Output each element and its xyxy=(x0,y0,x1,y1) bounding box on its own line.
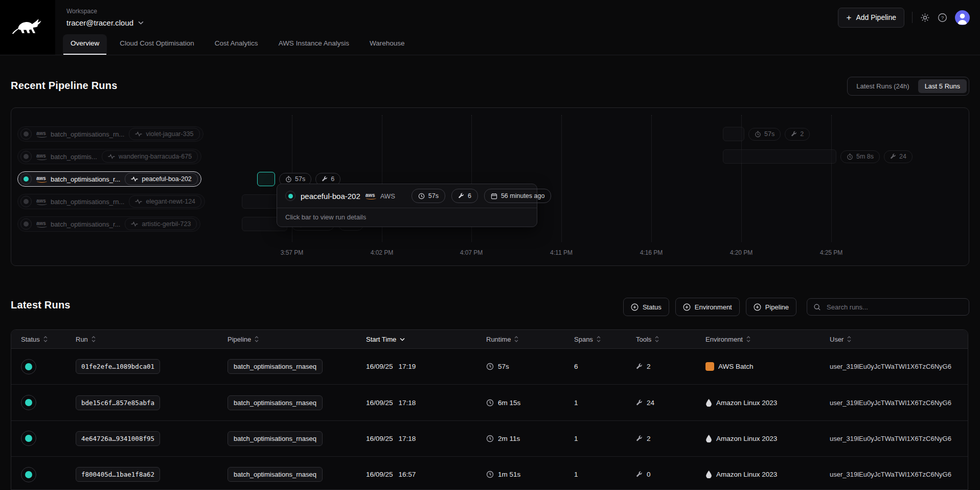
col-header-pipeline[interactable]: Pipeline xyxy=(227,336,366,343)
runtime-cell: 2m 11s xyxy=(486,435,574,442)
table-row[interactable]: 01fe2efe…1089bdca01 batch_optimisations_… xyxy=(11,349,968,385)
wrench-icon xyxy=(636,363,643,370)
run-legend-wandering-barracuda[interactable]: aws batch_optimis... wandering-barracuda… xyxy=(17,149,201,164)
run-id-chip[interactable]: 01fe2efe…1089bdca01 xyxy=(76,359,160,374)
runtime-badge: 5m 8s xyxy=(840,150,880,163)
clock-icon xyxy=(486,399,494,407)
run-legend-violet-jaguar[interactable]: aws batch_optimisations_rn... violet-jag… xyxy=(17,126,203,142)
spans-cell: 1 xyxy=(574,471,636,478)
pipeline-chip[interactable]: batch_optimisations_rnaseq xyxy=(227,359,323,374)
search-icon xyxy=(813,303,821,311)
divider xyxy=(912,12,913,23)
workspace-name: tracer@tracer.cloud xyxy=(66,18,133,27)
axis-tick: 4:20 PM xyxy=(730,249,753,256)
run-bar-peaceful-boa[interactable] xyxy=(257,172,275,186)
recent-runs-title: Recent Pipeline Runs xyxy=(11,80,118,92)
status-dot-icon xyxy=(20,128,32,140)
filter-status-button[interactable]: Status xyxy=(623,298,669,316)
aws-logo: aws xyxy=(36,176,46,183)
gear-icon[interactable] xyxy=(920,13,930,23)
avatar[interactable] xyxy=(955,10,970,25)
activity-icon xyxy=(131,176,138,182)
add-pipeline-label: Add Pipeline xyxy=(856,13,896,21)
spans-cell: 6 xyxy=(574,363,636,370)
col-header-start-time[interactable]: Start Time xyxy=(366,336,486,343)
environment-cell: AWS Batch xyxy=(705,362,830,371)
status-dot-icon xyxy=(21,467,36,482)
chevron-down-icon xyxy=(400,338,405,341)
table-row[interactable]: f800405d…1bae1f8a62 batch_optimisations_… xyxy=(11,457,968,490)
run-name: elegant-newt-124 xyxy=(146,198,195,205)
pipeline-chip[interactable]: batch_optimisations_rnaseq xyxy=(227,395,323,410)
workspace-switcher[interactable]: Workspace tracer@tracer.cloud xyxy=(66,8,144,27)
toggle-last-5-runs[interactable]: Last 5 Runs xyxy=(918,79,967,93)
amazon-linux-icon xyxy=(705,399,712,407)
status-dot-icon xyxy=(21,359,36,374)
pipeline-name: batch_optimisations_r... xyxy=(51,220,121,228)
status-dot-icon xyxy=(285,191,295,201)
stopwatch-icon xyxy=(285,176,292,183)
aws-logo: aws xyxy=(36,131,46,138)
filter-environment-button[interactable]: Environment xyxy=(675,298,740,316)
col-header-runtime[interactable]: Runtime xyxy=(486,336,574,343)
tab-overview[interactable]: Overview xyxy=(63,34,107,55)
chevron-down-icon xyxy=(138,21,144,25)
pipeline-name: batch_optimis... xyxy=(51,153,97,161)
run-id-chip[interactable]: 4e64726a…9341008f95 xyxy=(76,431,160,446)
table-header-row: Status Run Pipeline Start Time Runtime S… xyxy=(11,330,968,349)
run-bar-wandering-barracuda[interactable] xyxy=(723,149,836,164)
activity-icon xyxy=(131,221,138,227)
status-dot-icon xyxy=(21,395,36,410)
axis-tick: 4:16 PM xyxy=(640,249,663,256)
tooltip-tools-pill: 6 xyxy=(451,189,478,203)
stopwatch-icon xyxy=(847,153,853,160)
table-row[interactable]: bde15c6f…857e85abfa batch_optimisations_… xyxy=(11,385,968,420)
tracer-logo[interactable] xyxy=(0,0,55,55)
col-header-spans[interactable]: Spans xyxy=(574,336,636,343)
run-id-chip[interactable]: bde15c6f…857e85abfa xyxy=(76,395,160,410)
tab-warehouse[interactable]: Warehouse xyxy=(362,34,413,55)
col-header-tools[interactable]: Tools xyxy=(636,336,705,343)
add-pipeline-button[interactable]: + Add Pipeline xyxy=(838,8,904,28)
tooltip-run-name: peaceful-boa-202 xyxy=(301,192,360,201)
col-header-status[interactable]: Status xyxy=(21,336,76,343)
pipeline-chip[interactable]: batch_optimisations_rnaseq xyxy=(227,467,323,482)
tools-cell: 2 xyxy=(636,363,705,370)
pipeline-name: batch_optimisations_r... xyxy=(51,175,121,183)
workspace-label: Workspace xyxy=(66,8,144,15)
tooltip-runtime-pill: 57s xyxy=(412,189,445,203)
run-legend-peaceful-boa[interactable]: aws batch_optimisations_r... peaceful-bo… xyxy=(17,171,201,187)
user-cell: user_319lEu0yJcTWaTWI1X6TzC6NyG6 xyxy=(830,363,968,370)
sort-icon xyxy=(43,336,48,342)
col-header-environment[interactable]: Environment xyxy=(705,336,830,343)
col-header-run[interactable]: Run xyxy=(76,336,227,343)
runtime-badge: 57s xyxy=(748,128,781,141)
run-legend-artistic-gerbil[interactable]: aws batch_optimisations_r... artistic-ge… xyxy=(17,216,200,232)
col-header-user[interactable]: User xyxy=(830,336,968,343)
user-cell: user_319lEu0yJcTWaTWI1X6TzC6NyG6 xyxy=(830,471,968,478)
toggle-latest-24h[interactable]: Latest Runs (24h) xyxy=(850,79,916,93)
tab-aws-instance-analysis[interactable]: AWS Instance Analysis xyxy=(271,34,357,55)
help-icon[interactable]: ? xyxy=(938,13,947,23)
wrench-icon xyxy=(322,176,328,182)
table-row[interactable]: 4e64726a…9341008f95 batch_optimisations_… xyxy=(11,421,968,457)
runtime-cell: 1m 51s xyxy=(486,471,574,478)
run-bar-violet-jaguar[interactable] xyxy=(723,127,744,141)
search-input[interactable] xyxy=(826,303,963,311)
gridline xyxy=(831,115,832,242)
tab-cost-analytics[interactable]: Cost Analytics xyxy=(207,34,266,55)
run-id-chip[interactable]: f800405d…1bae1f8a62 xyxy=(76,467,160,482)
wrench-icon xyxy=(636,471,643,478)
sort-icon xyxy=(92,336,96,342)
runtime-cell: 6m 15s xyxy=(486,399,574,407)
filter-pipeline-button[interactable]: Pipeline xyxy=(746,298,796,316)
spans-cell: 1 xyxy=(574,435,636,442)
tools-cell: 2 xyxy=(636,435,705,442)
run-name: artistic-gerbil-723 xyxy=(142,220,191,228)
tab-cloud-cost-optimisation[interactable]: Cloud Cost Optimisation xyxy=(112,34,202,55)
user-cell: user_319lEu0yJcTWaTWI1X6TzC6NyG6 xyxy=(830,435,968,442)
pipeline-chip[interactable]: batch_optimisations_rnaseq xyxy=(227,431,323,446)
svg-text:?: ? xyxy=(941,15,944,20)
run-name: violet-jaguar-335 xyxy=(146,130,193,138)
run-legend-elegant-newt[interactable]: aws batch_optimisations_rn... elegant-ne… xyxy=(17,194,205,209)
